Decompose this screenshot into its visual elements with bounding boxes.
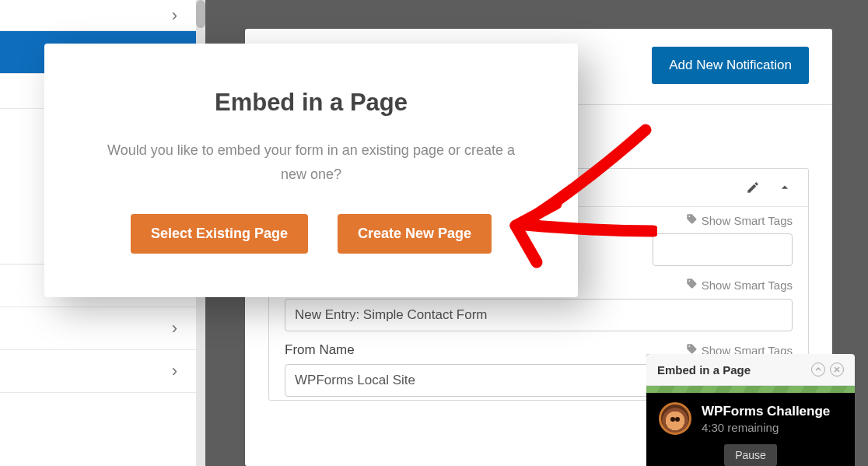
smart-tags-toggle[interactable]: Show Smart Tags [686, 278, 793, 292]
email-subject-input[interactable] [285, 299, 793, 331]
chevron-right-icon: › [172, 5, 177, 26]
challenge-remaining: 4:30 remaining [702, 421, 830, 434]
chevron-right-icon: › [172, 318, 177, 338]
minimize-icon[interactable] [811, 363, 825, 377]
send-to-input[interactable] [653, 233, 793, 266]
challenge-header: Embed in a Page [646, 354, 855, 386]
sidebar-item[interactable]: › [0, 307, 205, 350]
close-icon[interactable] [830, 363, 844, 377]
scrollbar-thumb[interactable] [196, 0, 205, 28]
sidebar-item[interactable]: › [0, 350, 205, 393]
edit-icon[interactable] [746, 180, 760, 194]
tag-icon [686, 278, 698, 292]
tag-icon [686, 213, 698, 227]
mascot-icon [659, 402, 691, 435]
pause-button[interactable]: Pause [724, 444, 777, 466]
challenge-progress-stripe [646, 386, 855, 393]
from-name-label: From Name [285, 342, 355, 358]
modal-button-row: Select Existing Page Create New Page [75, 214, 547, 254]
chevron-right-icon: › [172, 361, 177, 381]
smart-tags-toggle[interactable]: Show Smart Tags [686, 213, 793, 227]
chevron-up-icon[interactable] [777, 180, 793, 195]
challenge-footer: Pause [646, 436, 855, 466]
challenge-header-title: Embed in a Page [657, 363, 751, 377]
challenge-body: WPForms Challenge 4:30 remaining [646, 393, 855, 436]
modal-title: Embed in a Page [75, 89, 547, 117]
add-notification-button[interactable]: Add New Notification [652, 47, 809, 84]
modal-description: Would you like to embed your form in an … [101, 138, 521, 186]
embed-modal: Embed in a Page Would you like to embed … [44, 44, 578, 297]
challenge-title: WPForms Challenge [702, 404, 830, 419]
select-existing-page-button[interactable]: Select Existing Page [131, 214, 308, 254]
sidebar-item[interactable]: › [0, 0, 205, 31]
challenge-toast: Embed in a Page WPForms Challenge 4:30 r… [646, 354, 855, 466]
smart-tags-label: Show Smart Tags [702, 279, 793, 292]
smart-tags-label: Show Smart Tags [702, 214, 793, 227]
create-new-page-button[interactable]: Create New Page [338, 214, 492, 254]
